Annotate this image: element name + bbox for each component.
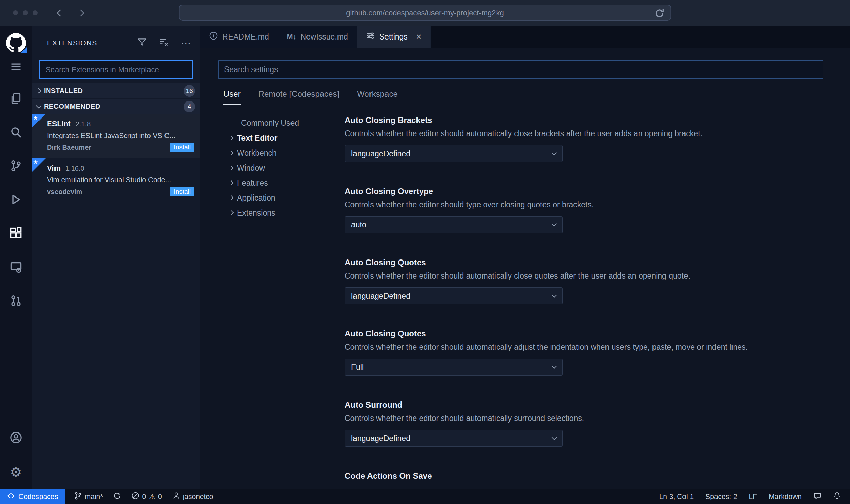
extensions-search-input[interactable]: Search Extensions in Marketplace [39, 60, 193, 79]
explorer-button[interactable] [0, 82, 32, 116]
remote-indicator-icon [7, 492, 15, 502]
extension-version: 1.16.0 [65, 164, 84, 172]
warning-count: 0 [158, 492, 162, 501]
hamburger-icon [10, 61, 22, 74]
run-debug-button[interactable] [0, 183, 32, 217]
chevron-down-icon [552, 150, 557, 156]
tab-newissue[interactable]: M↓ NewIssue.md [278, 26, 357, 48]
section-installed[interactable]: INSTALLED 16 [32, 83, 200, 98]
installed-count-badge: 16 [184, 85, 195, 97]
recommended-count-badge: 4 [184, 101, 195, 112]
menu-button[interactable] [0, 53, 32, 82]
forward-icon[interactable] [77, 8, 87, 18]
toc-extensions[interactable]: Extensions [230, 205, 345, 220]
tab-settings[interactable]: Settings × [357, 26, 431, 48]
codespaces-remote-button[interactable]: Codespaces [0, 489, 65, 504]
toc-workbench[interactable]: Workbench [230, 145, 345, 160]
settings-scope-tabs: User Remote [Codespaces] Workspace [218, 87, 823, 105]
setting-dropdown[interactable]: languageDefined [345, 145, 563, 162]
extension-item-vim[interactable]: ★ Vim 1.16.0 Vim emulation for Visual St… [32, 158, 200, 203]
extension-name: ESLint [47, 120, 71, 128]
source-control-button[interactable] [0, 149, 32, 183]
window-close-button[interactable] [13, 10, 18, 15]
editor-area: README.md M↓ NewIssue.md Settings × Sear… [200, 26, 850, 489]
problems-button[interactable]: 0 ⚠ 0 [131, 492, 162, 501]
toc-features[interactable]: Features [230, 175, 345, 190]
github-codespaces-logo [6, 33, 26, 53]
extensions-button[interactable] [0, 217, 32, 251]
more-actions-icon[interactable]: ⋯ [181, 41, 192, 46]
manage-button[interactable]: ⚙ [0, 455, 32, 489]
extension-version: 2.1.8 [76, 120, 91, 128]
install-button[interactable]: Install [170, 143, 194, 152]
error-icon [131, 492, 139, 501]
setting-description: Controls whether the editor should autom… [345, 129, 823, 138]
back-icon[interactable] [54, 8, 64, 18]
filter-icon[interactable] [137, 37, 147, 48]
settings-search-input[interactable]: Search settings [218, 60, 823, 79]
browser-chrome: github.com/codespaces/user-my-project-mg… [0, 0, 850, 26]
chevron-right-icon [229, 136, 234, 140]
setting-title: Auto Closing Quotes [345, 258, 823, 267]
section-recommended[interactable]: RECOMMENDED 4 [32, 99, 200, 114]
sync-button[interactable] [113, 492, 121, 502]
main-area: ⚙ EXTENSIONS ⋯ Search Extensions [0, 26, 850, 489]
account-status-button[interactable]: jasonetco [172, 492, 214, 501]
scope-tab-workspace[interactable]: Workspace [356, 87, 398, 105]
cursor-position[interactable]: Ln 3, Col 1 [659, 492, 694, 501]
setting-description: Controls whether the editor should autom… [345, 343, 823, 352]
window-maximize-button[interactable] [33, 10, 38, 15]
sidebar-title: EXTENSIONS [47, 39, 97, 47]
gear-icon: ⚙ [10, 465, 22, 479]
pull-request-icon [10, 295, 22, 308]
markdown-icon: M↓ [287, 33, 296, 41]
indentation[interactable]: Spaces: 2 [705, 492, 737, 501]
extension-item-eslint[interactable]: ★ ESLint 2.1.8 Integrates ESLint JavaScr… [32, 114, 200, 158]
remote-explorer-icon [10, 261, 22, 274]
setting-title: Auto Closing Brackets [345, 115, 823, 125]
account-button[interactable] [0, 421, 32, 455]
source-control-icon [10, 160, 22, 173]
setting-description: Controls whether the editor should type … [345, 200, 823, 209]
setting-dropdown[interactable]: languageDefined [345, 430, 563, 447]
settings-tab-icon [366, 31, 375, 42]
pull-requests-button[interactable] [0, 284, 32, 318]
scope-tab-user[interactable]: User [223, 87, 241, 105]
toc-window[interactable]: Window [230, 160, 345, 175]
close-icon[interactable]: × [416, 32, 422, 42]
tab-readme[interactable]: README.md [200, 26, 278, 48]
extensions-search-placeholder: Search Extensions in Marketplace [46, 65, 159, 74]
search-button[interactable] [0, 116, 32, 149]
url-text: github.com/codespaces/user-my-project-mg… [346, 9, 504, 17]
codespaces-label: Codespaces [18, 492, 58, 501]
browser-window: github.com/codespaces/user-my-project-mg… [0, 0, 850, 504]
section-installed-label: INSTALLED [44, 87, 83, 95]
reload-icon[interactable] [654, 8, 665, 21]
clear-extensions-icon[interactable] [159, 37, 169, 48]
address-bar[interactable]: github.com/codespaces/user-my-project-mg… [179, 5, 671, 21]
setting-dropdown[interactable]: Full [345, 359, 563, 376]
toc-application[interactable]: Application [230, 190, 345, 205]
branch-button[interactable]: main* [74, 492, 103, 502]
language-mode[interactable]: Markdown [769, 492, 802, 501]
setting-auto-closing-quotes: Auto Closing Quotes Controls whether the… [345, 258, 823, 304]
eol-sequence[interactable]: LF [749, 492, 757, 501]
search-icon [10, 126, 22, 140]
chevron-right-icon [229, 195, 234, 200]
setting-dropdown[interactable]: auto [345, 216, 563, 233]
feedback-icon[interactable] [813, 492, 821, 502]
install-button[interactable]: Install [170, 187, 194, 196]
notifications-bell-icon[interactable] [833, 492, 841, 502]
setting-description: Controls whether the editor should autom… [345, 414, 823, 423]
setting-auto-surround: Auto Surround Controls whether the edito… [345, 400, 823, 447]
toc-text-editor[interactable]: Text Editor [230, 130, 345, 145]
remote-explorer-button[interactable] [0, 251, 32, 284]
chevron-right-icon [229, 151, 234, 155]
scope-tab-remote[interactable]: Remote [Codespaces] [258, 87, 340, 105]
setting-dropdown[interactable]: languageDefined [345, 287, 563, 304]
text-cursor [44, 65, 44, 75]
window-minimize-button[interactable] [23, 10, 28, 15]
toc-commonly-used[interactable]: Commonly Used [230, 115, 345, 130]
settings-search-placeholder: Search settings [224, 65, 278, 74]
extension-author: Dirk Baeumer [47, 144, 91, 152]
